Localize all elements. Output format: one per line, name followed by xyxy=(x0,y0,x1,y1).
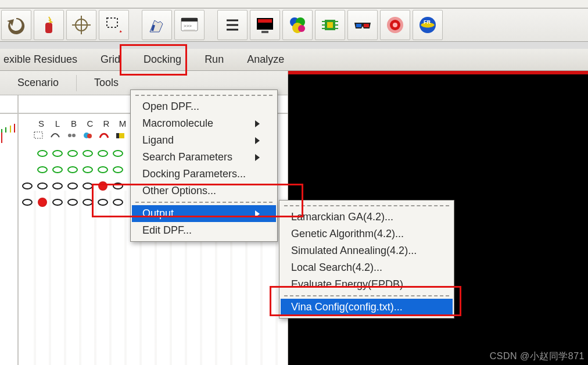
ribbon-icon[interactable] xyxy=(98,130,110,141)
output-menu-item[interactable]: Simulated Annealing(4.2)... xyxy=(281,242,453,259)
viewport-top-stripe xyxy=(288,71,588,74)
cpk-icon[interactable] xyxy=(81,130,94,141)
state-cell[interactable] xyxy=(96,147,109,160)
state-cell[interactable] xyxy=(51,163,64,176)
svg-point-35 xyxy=(68,134,71,137)
svg-rect-4 xyxy=(107,18,117,27)
docking-menu-item[interactable]: Other Options... xyxy=(132,182,276,199)
menu-item-label: Docking Parameters... xyxy=(142,168,246,180)
target-red-icon[interactable] xyxy=(380,10,410,40)
state-cell[interactable] xyxy=(51,180,64,192)
svg-rect-34 xyxy=(34,132,42,138)
svg-rect-14 xyxy=(261,31,268,33)
docking-menu-item[interactable]: Macromolecule xyxy=(132,115,276,132)
object-row[interactable] xyxy=(21,145,139,162)
state-cell[interactable] xyxy=(96,163,109,176)
menu-separator xyxy=(284,295,449,296)
output-menu-item[interactable]: Local Search(4.2)... xyxy=(281,259,453,276)
menu-tools[interactable]: Tools xyxy=(77,73,136,92)
menu-item-label: Other Options... xyxy=(142,185,216,197)
console-icon[interactable]: >>> xyxy=(174,10,205,40)
select-box-icon[interactable] xyxy=(33,130,45,141)
state-cell[interactable] xyxy=(21,147,34,160)
state-cell[interactable] xyxy=(21,163,34,176)
state-cell[interactable] xyxy=(66,196,79,209)
output-menu-item[interactable]: Genetic Algorithm(4.2)... xyxy=(281,226,453,242)
menu-analyze[interactable]: Analyze xyxy=(235,49,296,70)
state-cell[interactable] xyxy=(51,147,64,160)
globe-fr-icon[interactable]: FR xyxy=(413,10,443,40)
docking-menu-item[interactable]: Ligand xyxy=(132,132,276,149)
svg-rect-0 xyxy=(45,23,52,33)
docking-menu-item[interactable]: Search Parameters xyxy=(132,149,276,166)
object-row[interactable] xyxy=(21,178,139,194)
state-cell[interactable] xyxy=(36,180,49,192)
chip-icon[interactable] xyxy=(315,10,345,40)
panel-left-divider xyxy=(17,95,19,365)
state-cell[interactable] xyxy=(81,147,94,160)
output-menu-item[interactable]: Vina Config(config.txt)... xyxy=(281,299,453,316)
firecracker-icon[interactable] xyxy=(34,10,64,40)
top-menubar-stub xyxy=(0,0,588,8)
menu-separator xyxy=(135,95,273,96)
menu-item-label: Open DPF... xyxy=(142,101,199,113)
svg-rect-40 xyxy=(116,133,119,138)
docking-menu-item[interactable]: Docking Parameters... xyxy=(132,166,276,182)
state-cell[interactable] xyxy=(36,147,49,160)
state-cell[interactable] xyxy=(66,180,79,192)
menu-docking[interactable]: Docking xyxy=(132,49,193,70)
svg-rect-13 xyxy=(258,19,272,23)
state-cell[interactable] xyxy=(81,196,94,209)
state-cell[interactable] xyxy=(51,196,64,209)
undo-icon[interactable] xyxy=(1,10,31,40)
state-cell[interactable] xyxy=(112,196,124,209)
menu-item-label: Lamarckian GA(4.2)... xyxy=(291,211,393,223)
docking-menu-item[interactable]: Output xyxy=(132,205,276,222)
state-cell[interactable] xyxy=(66,163,79,176)
state-cell[interactable] xyxy=(21,180,34,192)
module-menubar: exible Residues Grid Docking Run Analyze xyxy=(0,49,588,71)
state-cell[interactable] xyxy=(112,180,124,192)
state-cell[interactable] xyxy=(36,163,49,176)
state-cell[interactable] xyxy=(112,163,124,176)
monitor-icon[interactable] xyxy=(250,10,280,40)
rgb-spheres-icon[interactable] xyxy=(282,10,313,40)
output-menu-item[interactable]: Lamarckian GA(4.2)... xyxy=(281,209,453,226)
state-cell[interactable] xyxy=(21,196,34,209)
svg-point-38 xyxy=(87,134,92,138)
column-header-icons xyxy=(33,130,143,141)
crosshair-icon[interactable] xyxy=(66,10,96,40)
menu-item-label: Local Search(4.2)... xyxy=(291,262,382,274)
svg-point-31 xyxy=(393,23,397,27)
state-cell[interactable] xyxy=(66,147,79,160)
object-row[interactable] xyxy=(21,162,139,178)
state-cell[interactable] xyxy=(36,196,49,209)
svg-text:FR: FR xyxy=(424,19,431,25)
state-cell[interactable] xyxy=(81,163,94,176)
state-cell[interactable] xyxy=(112,147,124,160)
docking-menu-item[interactable]: Edit DPF... xyxy=(132,222,276,239)
surface-icon[interactable] xyxy=(114,130,127,141)
menu-run[interactable]: Run xyxy=(193,49,235,70)
state-cell[interactable] xyxy=(81,180,94,192)
ball-icon[interactable] xyxy=(65,130,78,141)
hand-pointer-icon[interactable] xyxy=(142,10,172,40)
menu-grid[interactable]: Grid xyxy=(89,49,132,70)
lasso-icon[interactable] xyxy=(99,10,129,40)
object-row[interactable] xyxy=(21,194,139,210)
docking-menu-item[interactable]: Open DPF... xyxy=(132,98,276,115)
state-cell[interactable] xyxy=(96,180,109,192)
svg-rect-20 xyxy=(327,22,333,28)
col-R: R xyxy=(100,119,113,128)
svg-point-18 xyxy=(298,25,305,32)
line-icon[interactable] xyxy=(49,130,62,141)
state-cell[interactable] xyxy=(96,196,109,209)
svg-rect-8 xyxy=(184,30,195,31)
output-menu-item[interactable]: Evaluate Energy(EPDB)... xyxy=(281,276,453,293)
glasses-3d-icon[interactable] xyxy=(347,10,378,40)
lines-icon[interactable] xyxy=(217,10,248,40)
menu-flexible-residues[interactable]: exible Residues xyxy=(0,49,89,70)
column-headers: S L B C R M S xyxy=(35,119,145,128)
menu-scenario[interactable]: Scenario xyxy=(0,73,76,92)
svg-text:>>>: >>> xyxy=(184,23,192,28)
